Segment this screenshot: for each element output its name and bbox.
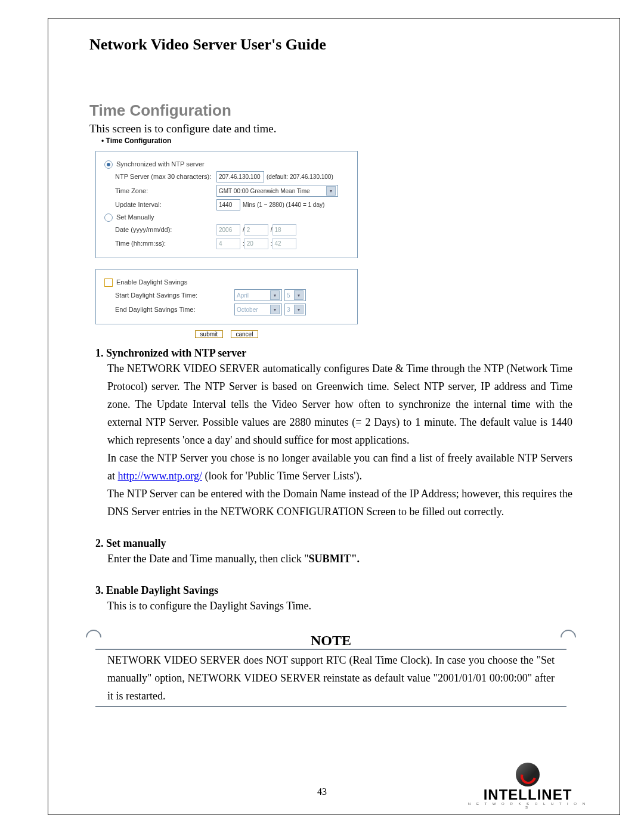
chevron-down-icon: ▾ xyxy=(326,186,336,196)
dst-end-month-value: October xyxy=(237,305,270,314)
tz-label: Time Zone: xyxy=(104,187,216,196)
button-row: submit cancel xyxy=(95,328,358,339)
cancel-button[interactable]: cancel xyxy=(231,330,259,338)
dst-start-label: Start Daylight Savings Time: xyxy=(104,291,234,300)
dst-start-day-select[interactable]: 5 ▾ xyxy=(284,289,306,301)
chevron-down-icon: ▾ xyxy=(270,305,280,314)
interval-label: Update Interval: xyxy=(104,200,216,209)
ntp-radio-label: Synchronized with NTP server xyxy=(116,160,205,169)
submit-button[interactable]: submit xyxy=(195,330,223,338)
item-3-para: This is to configure the Daylight Saving… xyxy=(107,597,572,615)
chevron-down-icon: ▾ xyxy=(294,305,304,314)
tz-value: GMT 00:00 Greenwich Mean Time xyxy=(219,187,326,196)
brand-logo: INTELLINET N E T W O R K S O L U T I O N… xyxy=(465,763,590,809)
item-1-heading: 1. Synchronized with NTP server xyxy=(95,347,572,360)
section-heading: Time Configuration xyxy=(89,101,572,120)
panel-caption: • Time Configuration xyxy=(101,137,572,145)
manual-radio[interactable] xyxy=(104,213,113,222)
enable-dst-label: Enable Daylight Savings xyxy=(116,278,187,287)
date-day-input[interactable]: 18 xyxy=(273,224,296,236)
page-content: Network Video Server User's Guide Time C… xyxy=(89,36,572,761)
intro-text: This screen is to configure date and tim… xyxy=(89,122,572,135)
item-1-p2b: (look for 'Public Time Server Lists'). xyxy=(202,470,362,482)
ntp-link[interactable]: http://www.ntp.org/ xyxy=(118,470,203,482)
item-3-heading: 3. Enable Daylight Savings xyxy=(95,584,572,597)
item-1-para3: The NTP Server can be entered with the D… xyxy=(107,485,572,521)
interval-input[interactable]: 1440 xyxy=(216,199,240,210)
item-1-para2: In case the NTP Server you chose is no l… xyxy=(107,449,572,485)
enable-dst-checkbox[interactable] xyxy=(104,278,113,287)
panel-caption-text: Time Configuration xyxy=(106,137,172,145)
manual-radio-label: Set Manually xyxy=(116,213,154,222)
dst-start-month-select[interactable]: April ▾ xyxy=(234,289,282,301)
date-year-input[interactable]: 2006 xyxy=(216,224,240,236)
item-2-heading: 2. Set manually xyxy=(95,537,572,550)
tz-select[interactable]: GMT 00:00 Greenwich Mean Time ▾ xyxy=(216,185,338,197)
item-2-para: Enter the Date and Time manually, then c… xyxy=(107,550,572,568)
item-2-bold: SUBMIT". xyxy=(309,553,360,565)
date-label: Date (yyyy/mm/dd): xyxy=(104,225,216,234)
ntp-server-input[interactable]: 207.46.130.100 xyxy=(216,171,264,182)
ntp-server-label: NTP Server (max 30 characters): xyxy=(104,172,216,181)
dst-start-day-value: 5 xyxy=(287,291,294,300)
chevron-down-icon: ▾ xyxy=(294,290,304,300)
dst-end-label: End Daylight Savings Time: xyxy=(104,305,234,314)
config-panel-ntp: Synchronized with NTP server NTP Server … xyxy=(95,151,358,258)
note-body: NETWORK VIDEO SERVER does NOT support RT… xyxy=(107,651,555,705)
dst-end-month-select[interactable]: October ▾ xyxy=(234,304,282,315)
dst-start-month-value: April xyxy=(237,291,270,300)
logo-text: INTELLINET xyxy=(465,788,590,802)
ntp-radio[interactable] xyxy=(104,160,113,169)
item-2-text: Enter the Date and Time manually, then c… xyxy=(107,553,309,565)
note-title: NOTE xyxy=(89,633,572,649)
document-title: Network Video Server User's Guide xyxy=(89,36,572,54)
time-label: Time (hh:mm:ss): xyxy=(104,239,216,248)
time-ss-input[interactable]: 42 xyxy=(273,238,296,249)
config-panel-dst: Enable Daylight Savings Start Daylight S… xyxy=(95,269,358,324)
ntp-server-default: (default: 207.46.130.100) xyxy=(267,172,333,181)
logo-mark-icon xyxy=(516,763,540,786)
logo-subtext: N E T W O R K S O L U T I O N S xyxy=(465,802,590,809)
config-panel-wrap: Synchronized with NTP server NTP Server … xyxy=(95,151,358,339)
dst-end-day-value: 3 xyxy=(287,305,294,314)
time-hh-input[interactable]: 4 xyxy=(216,238,240,249)
item-1-para1: The NETWORK VIDEO SERVER automatically c… xyxy=(107,360,572,449)
time-mm-input[interactable]: 20 xyxy=(244,238,268,249)
dst-end-day-select[interactable]: 3 ▾ xyxy=(284,304,306,315)
date-month-input[interactable]: 2 xyxy=(244,224,268,236)
note-block: NOTE NETWORK VIDEO SERVER does NOT suppo… xyxy=(89,633,572,707)
interval-hint: Mins (1 ~ 2880) (1440 = 1 day) xyxy=(243,200,324,209)
chevron-down-icon: ▾ xyxy=(270,290,280,300)
